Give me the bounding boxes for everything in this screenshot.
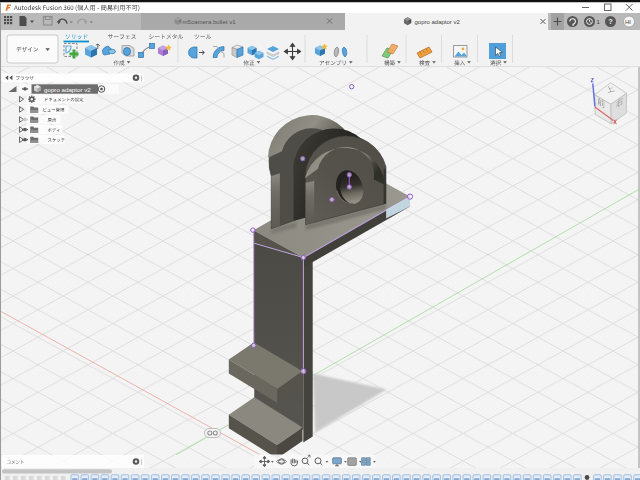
svg-text:gopro adaptor v2: gopro adaptor v2 xyxy=(415,19,461,25)
svg-text:HI: HI xyxy=(625,19,631,25)
svg-text:gopro adaptor v2: gopro adaptor v2 xyxy=(44,86,91,93)
svg-text:m5camera bullet v1: m5camera bullet v1 xyxy=(183,18,237,25)
svg-text:1: 1 xyxy=(597,19,600,25)
svg-text:?: ? xyxy=(608,17,613,26)
